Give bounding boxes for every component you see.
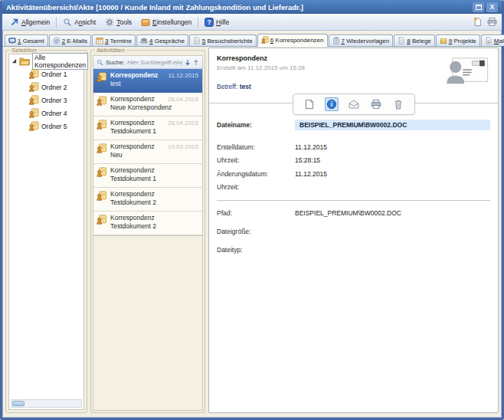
horizontal-scrollbar[interactable] xyxy=(11,399,82,408)
phone-icon xyxy=(140,37,148,44)
correspondence-icon xyxy=(28,108,39,118)
tab-belege[interactable]: 8 Belege xyxy=(394,34,435,46)
help-icon xyxy=(205,18,214,27)
search-input[interactable]: Hier Suchbegriff eingeben ... xyxy=(127,59,182,66)
arrow-down-icon[interactable] xyxy=(185,59,191,66)
settings-icon xyxy=(141,18,150,27)
gear-icon xyxy=(105,18,114,27)
search-icon xyxy=(97,59,103,66)
contact-card-icon xyxy=(443,56,490,87)
aktivitaeten-label: Aktivitäten xyxy=(95,47,126,54)
dunning-icon xyxy=(485,37,493,44)
activity-item[interactable]: Korrespondenz Testdokument 2 xyxy=(93,212,202,235)
tree-item-ordner-5[interactable]: Ordner 5 xyxy=(9,120,83,133)
korrespondenz-detail-panel: Korrespondenz Erstellt am 11.12.2015 um … xyxy=(208,48,499,413)
correspondence-icon xyxy=(97,167,106,177)
tab-besuchsberichte[interactable]: 5 Besuchsberichte xyxy=(189,34,257,46)
detail-header: Korrespondenz Erstellt am 11.12.2015 um … xyxy=(209,48,498,90)
tab-projekte[interactable]: 9 Projekte xyxy=(436,34,480,46)
selektion-panel: Selektion Alle Korrespondenzen Ordner 1 … xyxy=(5,50,87,413)
open-folder-icon xyxy=(19,56,30,66)
field-aenderungsdatum: Änderungsdatum: 11.12.2015 xyxy=(217,169,490,178)
expand-triangle-icon[interactable] xyxy=(11,58,17,64)
correspondence-icon xyxy=(261,36,269,44)
menu-tools[interactable]: Tools xyxy=(100,16,136,28)
close-button[interactable]: X xyxy=(486,2,498,12)
tabbar: 1 Gesamt 2 E-Mails 3 Termine 4 Gespräche… xyxy=(2,31,502,47)
field-uhrzeit-1: Uhrzeit: 15:28:15 xyxy=(217,156,490,164)
tab-korrespondenzen[interactable]: 6 Korrespondenzen xyxy=(257,34,328,47)
tab-gesamt[interactable]: 1 Gesamt xyxy=(5,34,48,46)
activity-list: Suche: Hier Suchbegriff eingeben ... Kor… xyxy=(93,55,203,411)
betreff-label: Betreff: xyxy=(217,83,237,90)
correspondence-icon xyxy=(28,95,39,105)
correspondence-icon xyxy=(97,72,106,82)
menu-einstellungen[interactable]: Einstellungen xyxy=(136,16,196,28)
restore-button[interactable] xyxy=(473,2,484,12)
field-erstelldatum: Erstelldatum: 11.12.2015 xyxy=(217,143,490,151)
item-date: 28.04.2015 xyxy=(168,120,198,126)
field-dateigroesse: Dateigröße: xyxy=(217,227,490,235)
trash-icon xyxy=(393,99,404,110)
tree-item-ordner-2[interactable]: Ordner 2 xyxy=(9,80,83,94)
activity-item[interactable]: Korrespondenz Testdokument 1 xyxy=(93,164,202,188)
print-button[interactable] xyxy=(369,97,383,111)
window-title: Aktivitätenübersicht/Akte [10000 / Kunde… xyxy=(6,3,470,11)
delete-button[interactable] xyxy=(391,97,405,111)
document-icon xyxy=(304,99,315,110)
menu-hilfe[interactable]: Hilfe xyxy=(200,16,234,28)
printer-icon xyxy=(371,99,381,110)
aktivitaeten-panel: Aktivitäten Suche: Hier Suchbegriff eing… xyxy=(90,50,205,413)
printer-icon[interactable] xyxy=(487,17,497,27)
empty-area xyxy=(93,235,202,410)
menubar-right-buttons xyxy=(473,17,499,27)
menu-separator xyxy=(56,17,57,28)
scrollbar-thumb[interactable] xyxy=(12,401,25,406)
info-icon xyxy=(326,99,337,110)
tab-emails[interactable]: 2 E-Mails xyxy=(49,34,91,46)
tree-item-ordner-1[interactable]: Ordner 1 xyxy=(9,67,83,80)
activity-item[interactable]: Korrespondenz Neu 19.03.2015 xyxy=(93,140,202,164)
tree-item-ordner-3[interactable]: Ordner 3 xyxy=(9,94,83,107)
magnifier-icon xyxy=(63,18,72,27)
activity-item[interactable]: Korrespondenz Testdokument 1 28.04.2015 xyxy=(93,116,202,140)
betreff-value: test xyxy=(240,83,251,90)
arrow-up-right-icon xyxy=(10,18,19,27)
fields-divider xyxy=(217,200,490,201)
folder-tree: Alle Korrespondenzen Ordner 1 Ordner 2 O… xyxy=(8,54,84,410)
dateiname-value: BEISPIEL_PREMIUM\BW0002.DOC xyxy=(295,120,490,130)
document-button[interactable] xyxy=(303,97,316,111)
restore-icon xyxy=(476,5,482,10)
tab-wiedervorlagen[interactable]: 7 Wiedervorlagen xyxy=(329,34,394,46)
document-toolbar xyxy=(293,94,415,115)
field-uhrzeit-2: Uhrzeit: xyxy=(217,182,490,191)
menu-ansicht[interactable]: Ansicht xyxy=(58,16,100,28)
correspondence-icon xyxy=(28,69,39,79)
content-area: Selektion Alle Korrespondenzen Ordner 1 … xyxy=(2,47,502,418)
menu-separator xyxy=(198,17,198,28)
correspondence-icon xyxy=(97,120,106,130)
info-button[interactable] xyxy=(325,97,339,111)
search-bar[interactable]: Suche: Hier Suchbegriff eingeben ... xyxy=(93,56,202,69)
activity-item[interactable]: Korrespondenz Testdokument 2 xyxy=(93,188,202,212)
item-date: 19.03.2015 xyxy=(168,143,198,150)
tab-gespraeche[interactable]: 4 Gespräche xyxy=(136,34,188,46)
report-icon xyxy=(193,37,201,44)
tree-item-ordner-4[interactable]: Ordner 4 xyxy=(9,107,83,120)
tab-mahndokumente[interactable]: Mahndokumente xyxy=(481,34,504,46)
new-document-icon[interactable] xyxy=(473,17,483,27)
menu-allgemein[interactable]: Allgemein xyxy=(5,16,54,28)
menubar: Allgemein Ansicht Tools Einstellungen Hi… xyxy=(2,14,502,31)
field-dateiname: Dateiname: BEISPIEL_PREMIUM\BW0002.DOC xyxy=(217,120,490,130)
activity-item[interactable]: Korrespondenz Neue Korrespondenz 28.04.2… xyxy=(93,93,202,116)
tab-termine[interactable]: 3 Termine xyxy=(92,34,136,46)
email-icon xyxy=(53,37,61,44)
mail-button[interactable] xyxy=(347,97,361,111)
header-divider xyxy=(209,103,498,103)
activity-item[interactable]: Korrespondenz test 11.12.2015 xyxy=(93,69,202,93)
search-label: Suche: xyxy=(106,59,125,66)
arrow-up-icon[interactable] xyxy=(193,59,199,66)
correspondence-icon xyxy=(97,143,106,153)
correspondence-icon xyxy=(28,82,39,92)
tree-item-alle-korrespondenzen[interactable]: Alle Korrespondenzen xyxy=(9,54,83,67)
